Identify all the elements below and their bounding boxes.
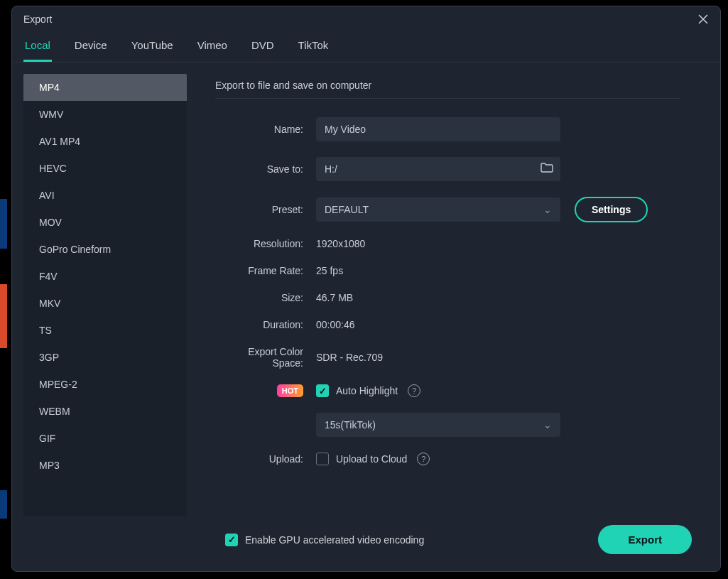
chevron-down-icon: ⌄: [543, 204, 552, 215]
preset-select[interactable]: DEFAULT ⌄: [316, 197, 560, 222]
colorspace-value: SDR - Rec.709: [316, 352, 383, 363]
saveto-input[interactable]: [316, 157, 560, 181]
format-mp4[interactable]: MP4: [23, 74, 187, 101]
close-button[interactable]: [697, 13, 709, 25]
format-3gp[interactable]: 3GP: [23, 344, 187, 371]
hot-badge: HOT: [277, 384, 303, 397]
gpu-label: Enable GPU accelerated video encoding: [245, 534, 424, 546]
browse-button[interactable]: [540, 163, 553, 175]
tab-local[interactable]: Local: [23, 32, 52, 62]
auto-highlight-label: Auto Highlight: [336, 385, 398, 396]
format-webm[interactable]: WEBM: [23, 398, 187, 425]
tab-vimeo[interactable]: Vimeo: [196, 32, 229, 62]
name-label: Name:: [215, 124, 316, 135]
help-auto-highlight[interactable]: ?: [408, 384, 420, 397]
highlight-preset-value: 15s(TikTok): [325, 419, 376, 431]
tab-device[interactable]: Device: [73, 32, 109, 62]
colorspace-label: Export Color Space:: [215, 346, 316, 369]
framerate-value: 25 fps: [316, 265, 343, 276]
resolution-value: 1920x1080: [316, 238, 365, 249]
export-button[interactable]: Export: [598, 525, 692, 554]
gpu-checkbox[interactable]: [225, 534, 238, 546]
highlight-preset-select[interactable]: 15s(TikTok) ⌄: [316, 413, 560, 437]
duration-value: 00:00:46: [316, 319, 355, 330]
format-hevc[interactable]: HEVC: [23, 155, 187, 182]
export-dialog: Export Local Device YouTube Vimeo DVD Ti…: [11, 6, 721, 572]
format-mp3[interactable]: MP3: [23, 452, 187, 479]
folder-icon: [540, 163, 553, 173]
saveto-label: Save to:: [215, 163, 316, 175]
format-wmv[interactable]: WMV: [23, 101, 187, 128]
section-title: Export to file and save on computer: [215, 74, 680, 99]
tab-youtube[interactable]: YouTube: [130, 32, 175, 62]
export-tabs: Local Device YouTube Vimeo DVD TikTok: [12, 32, 720, 63]
help-upload-cloud[interactable]: ?: [417, 453, 430, 465]
size-value: 46.7 MB: [316, 292, 353, 303]
upload-label: Upload:: [215, 453, 316, 465]
format-mkv[interactable]: MKV: [23, 290, 187, 317]
format-mpeg2[interactable]: MPEG-2: [23, 371, 187, 398]
format-list: MP4 WMV AV1 MP4 HEVC AVI MOV GoPro Cinef…: [23, 74, 187, 516]
format-avi[interactable]: AVI: [23, 182, 187, 209]
chevron-down-icon: ⌄: [543, 419, 552, 431]
close-icon: [697, 13, 709, 25]
format-ts[interactable]: TS: [23, 317, 187, 344]
tab-tiktok[interactable]: TikTok: [297, 32, 330, 62]
auto-highlight-checkbox[interactable]: [316, 384, 329, 397]
duration-label: Duration:: [215, 319, 316, 330]
preset-value: DEFAULT: [325, 204, 369, 215]
name-input[interactable]: [316, 117, 560, 141]
format-av1mp4[interactable]: AV1 MP4: [23, 128, 187, 155]
preset-label: Preset:: [215, 204, 316, 215]
resolution-label: Resolution:: [215, 238, 316, 249]
upload-cloud-checkbox[interactable]: [316, 453, 329, 465]
size-label: Size:: [215, 292, 316, 303]
settings-button[interactable]: Settings: [575, 197, 648, 222]
upload-cloud-label: Upload to Cloud: [336, 453, 407, 465]
dialog-title: Export: [23, 13, 52, 25]
format-mov[interactable]: MOV: [23, 209, 187, 236]
framerate-label: Frame Rate:: [215, 265, 316, 276]
format-gif[interactable]: GIF: [23, 425, 187, 452]
tab-dvd[interactable]: DVD: [250, 32, 276, 62]
format-gopro[interactable]: GoPro Cineform: [23, 236, 187, 263]
format-f4v[interactable]: F4V: [23, 263, 187, 290]
